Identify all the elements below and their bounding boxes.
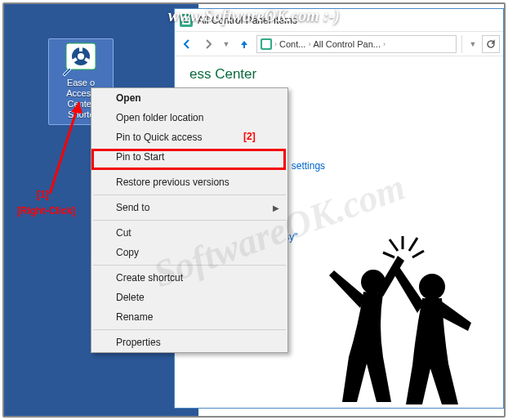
address-breadcrumb[interactable]: › Cont... › All Control Pan... ›: [256, 35, 457, 53]
nav-history-dropdown[interactable]: ▼: [221, 35, 232, 53]
menu-separator: [93, 194, 286, 195]
menu-separator: [93, 329, 286, 330]
svg-rect-9: [182, 16, 190, 25]
nav-up-button[interactable]: [235, 35, 253, 53]
annotation-marker-2: [2]: [243, 131, 256, 142]
breadcrumb-item[interactable]: Cont...: [279, 39, 305, 49]
annotation-rightclick-label: [Right-Click]: [17, 205, 75, 217]
svg-rect-10: [184, 18, 189, 20]
nav-back-button[interactable]: [178, 35, 196, 53]
context-menu: Open Open folder location Pin to Quick a…: [91, 87, 288, 353]
control-panel-icon: [180, 14, 193, 27]
address-toolbar: ▼ › Cont... › All Control Pan... › ▼: [175, 32, 503, 56]
svg-point-2: [78, 53, 84, 60]
menu-item-open-file-location[interactable]: Open folder location: [91, 108, 287, 127]
menu-item-restore-versions[interactable]: Restore previous versions: [91, 172, 287, 192]
menu-separator: [93, 169, 286, 170]
menu-item-properties[interactable]: Properties: [91, 333, 287, 352]
svg-rect-3: [79, 47, 82, 51]
window-title: All Control Panel Items: [198, 15, 297, 26]
svg-rect-11: [184, 21, 189, 23]
svg-rect-13: [262, 40, 270, 48]
menu-item-pin-quick-access[interactable]: Pin to Quick access: [91, 127, 287, 147]
breadcrumb-dropdown-button[interactable]: ▼: [467, 35, 479, 53]
refresh-button[interactable]: [482, 35, 500, 53]
page-heading: ess Center: [189, 66, 495, 83]
nav-forward-button[interactable]: [199, 35, 217, 53]
chevron-right-icon: ›: [308, 40, 310, 48]
menu-item-pin-to-start[interactable]: Pin to Start: [91, 147, 287, 167]
menu-item-copy[interactable]: Copy: [91, 243, 287, 262]
annotation-marker-1: [1]: [37, 189, 49, 200]
menu-separator: [93, 220, 286, 221]
breadcrumb-icon: [261, 38, 272, 50]
window-titlebar[interactable]: All Control Panel Items: [175, 9, 503, 32]
menu-item-create-shortcut[interactable]: Create shortcut: [91, 268, 287, 288]
breadcrumb-item[interactable]: All Control Pan...: [313, 39, 381, 49]
chevron-right-icon: ›: [274, 40, 277, 48]
menu-item-cut[interactable]: Cut: [91, 223, 287, 243]
submenu-arrow-icon: ▶: [273, 203, 279, 212]
menu-item-open[interactable]: Open: [91, 88, 287, 108]
menu-item-send-to[interactable]: Send to▶: [91, 198, 287, 217]
menu-item-delete[interactable]: Delete: [91, 288, 287, 307]
menu-item-rename[interactable]: Rename: [91, 307, 287, 327]
menu-separator: [93, 265, 286, 266]
control-panel-shortcut-icon: [61, 42, 100, 76]
chevron-right-icon: ›: [383, 40, 385, 48]
